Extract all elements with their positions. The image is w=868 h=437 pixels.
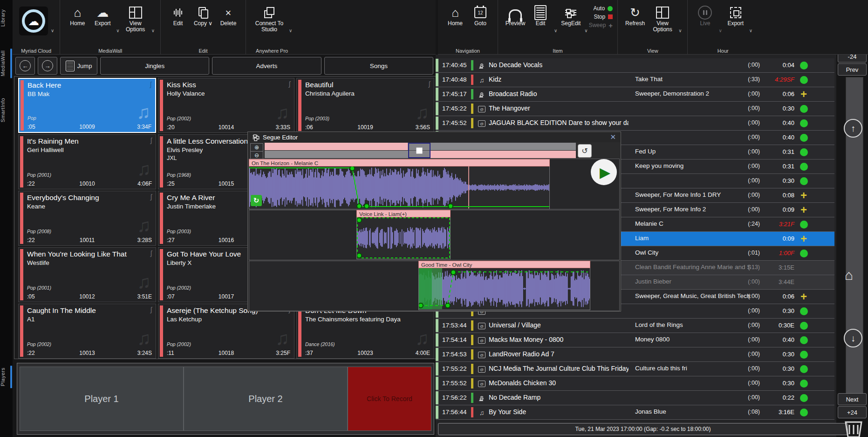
chevron-down-icon[interactable]: ∨ [677, 28, 683, 33]
prev-hour-button[interactable]: Prev [838, 63, 867, 76]
log-row[interactable]: 17:54:53@LandRover Radio Ad 7(:00)0:30 [436, 347, 834, 362]
item-edit-button[interactable]: Edit [528, 3, 553, 27]
log-row[interactable]: 17:55:22@NCJ Media The Journal Culture C… [436, 362, 834, 376]
page-back-button[interactable]: ← [15, 57, 35, 75]
row-status [799, 162, 808, 171]
record-button[interactable]: Click To Record [348, 367, 431, 431]
trash-icon[interactable] [843, 420, 864, 437]
ready-dot-icon [800, 163, 808, 171]
media-card[interactable]: It's Raining MenGeri HalliwellPop (2001)… [18, 134, 156, 189]
media-card[interactable]: When You're Looking Like ThatWestlifePop… [18, 247, 156, 302]
log-row[interactable]: 17:45:52@JAGUAR BLACK EDITION Dare to sh… [436, 116, 834, 131]
myriad-cloud-button[interactable]: ☁ [17, 3, 50, 35]
log-row[interactable]: 17:45:17Broadcast RadioSweeper, Demonstr… [436, 87, 834, 102]
connect-to-studio-button[interactable]: Connect To Studio [251, 3, 288, 33]
track-3-waveform[interactable] [419, 268, 590, 309]
player-1[interactable]: Player 1 [20, 367, 184, 431]
hour-export-button[interactable]: Export [723, 3, 748, 27]
log-row[interactable]: 17:54:14@Macks Max Money - 0800Money 080… [436, 333, 834, 347]
chevron-down-icon[interactable]: ∨ [115, 28, 120, 33]
auto-button[interactable]: Auto [589, 5, 613, 12]
player-2[interactable]: Player 2 [184, 367, 348, 431]
track-1-waveform[interactable] [249, 166, 549, 208]
close-icon[interactable]: ✕ [610, 133, 616, 141]
live-button[interactable]: Live [692, 3, 718, 27]
scroll-down-icon[interactable]: ↓ [844, 329, 862, 347]
tab-adverts[interactable]: Adverts [212, 57, 321, 75]
log-row[interactable]: 17:56:22No Decade Ramp(:00)0:22 [436, 391, 834, 405]
undo-button[interactable]: ↺ [578, 144, 592, 158]
chevron-down-icon[interactable]: ∨ [583, 28, 588, 33]
segue-track-1[interactable]: On The Horizon - Melanie C ↻ [249, 159, 550, 209]
card-id: 10011 [19, 237, 156, 243]
page-forward-button[interactable]: → [38, 57, 57, 75]
log-row[interactable]: 17:56:44♫By Your SideJonas Blue(:08)3:16… [436, 405, 834, 420]
row-artist: Sweeper, For More Info 2 [635, 206, 752, 213]
tab-jingles[interactable]: Jingles [100, 57, 209, 75]
log-row[interactable]: 17:53:44@Universal / VillageLord of the … [436, 319, 834, 333]
row-intro: (:00) [748, 192, 760, 198]
chevron-down-icon[interactable]: ∨ [150, 28, 156, 33]
goto-button[interactable]: 12 Goto [468, 3, 493, 27]
row-intro: (:00) [748, 293, 760, 299]
track-2-waveform[interactable] [357, 217, 450, 258]
export-button[interactable]: ☁↓ Export [90, 3, 115, 27]
music-note-icon: ♫ [275, 102, 289, 123]
rail-tab-smartinfo[interactable]: SmartInfo [0, 96, 13, 124]
log-row[interactable]: 17:45:22@The Hangover(:00)0:30 [436, 102, 834, 116]
log-row[interactable]: 17:40:48♫KidzTake That(:33)4:29SF [436, 73, 834, 87]
log-view-options-button[interactable]: View Options [648, 3, 677, 33]
rail-tab-players[interactable]: Players [0, 366, 13, 388]
media-card[interactable]: BeautifulChristina AguileraPop (2003):06… [296, 78, 434, 133]
stop-button[interactable]: Stop [589, 13, 613, 21]
zoom-in-button[interactable]: ⊕ [250, 143, 263, 152]
log-row[interactable]: 17:40:45No Decade Vocals(:00)0:04 [436, 58, 834, 73]
segue-track-2[interactable]: Voice Link - Liam(+) [356, 210, 451, 259]
play-button[interactable]: ▶ [591, 159, 617, 185]
media-card[interactable]: Don't Let Me DownThe Chainsmokers featur… [296, 304, 434, 359]
edit-button[interactable]: Edit [165, 3, 191, 27]
rail-tab-mediawall[interactable]: MediaWall [0, 49, 13, 78]
chevron-down-icon[interactable]: ∨ [718, 28, 723, 33]
copy-button[interactable]: Copy ∨ [191, 3, 216, 27]
scroll-up-icon[interactable]: ↑ [844, 119, 862, 138]
jump-button[interactable]: Jump [60, 57, 97, 75]
advert-icon: @ [478, 322, 486, 330]
chevron-down-icon[interactable]: ∨ [50, 28, 55, 33]
segue-track-3[interactable]: Good Time - Owl City [418, 261, 590, 310]
dialog-titlebar[interactable]: Segue Editor ✕ [248, 132, 621, 142]
media-card[interactable]: Everybody's ChangingKeanePop (2008):2210… [18, 191, 156, 246]
log-row[interactable]: 17:55:52@McDonalds Chicken 30(:00)0:30 [436, 376, 834, 391]
loop-icon[interactable]: ↻ [251, 195, 262, 206]
sweep-button[interactable]: Sweep+ [589, 21, 613, 29]
delete-button[interactable]: × Delete [216, 3, 241, 27]
plus-24-button[interactable]: +24 [838, 406, 867, 418]
refresh-button[interactable]: ↻Refresh [622, 3, 648, 27]
preview-button[interactable]: Preview [503, 3, 528, 27]
group-item: Preview Edit ∨ SegEdit ∨ Auto Stop Sweep… [498, 0, 618, 54]
home-button[interactable]: ⌂Home [65, 3, 90, 27]
overview-selection-handle[interactable] [408, 143, 431, 158]
media-card[interactable]: Asereje (The Ketchup Song)Las KetchupPop… [158, 304, 294, 359]
tab-songs[interactable]: Songs [324, 57, 433, 75]
next-hour-button[interactable]: Next [838, 393, 867, 405]
media-card[interactable]: Kiss KissHolly ValancePop (2002):2010014… [158, 78, 294, 133]
hook-icon: ʃ [150, 250, 152, 257]
home-position-icon[interactable]: ⌂ [845, 267, 853, 283]
segue-overview-bar[interactable] [265, 143, 576, 158]
row-intro: (:00) [748, 365, 760, 372]
log-home-button[interactable]: ⌂Home [443, 3, 468, 27]
view-options-button[interactable]: View Options [121, 3, 150, 33]
card-duration: 3:28S [137, 237, 152, 243]
ready-dot-icon [800, 177, 808, 185]
row-duration: 0:40 [783, 134, 794, 141]
segedit-button[interactable]: SegEdit [558, 3, 583, 27]
chevron-down-icon[interactable]: ∨ [288, 28, 293, 33]
media-card[interactable]: Caught In The MiddleA1Pop (2002):2210013… [18, 304, 156, 359]
rail-tab-library[interactable]: Library [0, 7, 13, 28]
media-card[interactable]: Back HereBB MakPop:05100093:34Fʃ♫ [18, 78, 156, 133]
document-icon [534, 5, 547, 20]
row-type-stripe [471, 349, 473, 360]
chevron-down-icon[interactable]: ∨ [748, 28, 753, 33]
chevron-down-icon[interactable]: ∨ [553, 28, 558, 33]
